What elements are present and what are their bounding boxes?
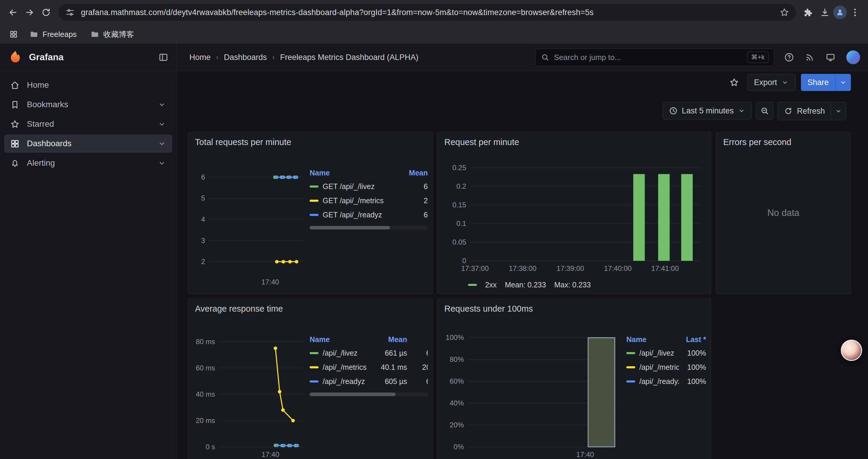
legend-header-name[interactable]: Name bbox=[310, 169, 401, 177]
sidebar-item-starred[interactable]: Starred bbox=[4, 115, 172, 133]
chevron-down-icon[interactable] bbox=[157, 100, 166, 109]
total-requests-chart[interactable]: 2345617:40 bbox=[190, 155, 306, 287]
legend-header-name[interactable]: Name bbox=[626, 335, 679, 344]
share-button[interactable]: Share bbox=[801, 74, 835, 91]
legend-inline[interactable]: 2xx Mean: 0.233 Max: 0.233 bbox=[468, 281, 591, 289]
export-button[interactable]: Export bbox=[747, 74, 796, 91]
legend-row[interactable]: GET /api/_/livez 6 bbox=[310, 179, 428, 193]
legend-row[interactable]: /api/_/readyz 100% bbox=[626, 374, 706, 388]
svg-text:80 ms: 80 ms bbox=[196, 338, 215, 346]
forward-button[interactable] bbox=[21, 4, 38, 21]
extensions-icon[interactable] bbox=[800, 4, 816, 21]
breadcrumb-home[interactable]: Home bbox=[189, 53, 211, 62]
legend-row[interactable]: /api/_/livez 661 µs 646 µs bbox=[310, 346, 428, 360]
refresh-interval-chevron[interactable] bbox=[831, 102, 846, 120]
browser-menu-icon[interactable] bbox=[847, 4, 863, 21]
search-input[interactable] bbox=[553, 53, 743, 62]
help-icon[interactable] bbox=[784, 52, 794, 62]
series-swatch bbox=[626, 366, 635, 368]
browser-profile-avatar[interactable] bbox=[833, 6, 847, 19]
sidebar-item-alerting[interactable]: Alerting bbox=[4, 154, 172, 172]
svg-text:2: 2 bbox=[201, 258, 205, 266]
panel-title[interactable]: Total requests per minute bbox=[195, 137, 433, 147]
legend-row[interactable]: /api/_/metrics 40.1 ms 20.5 ms bbox=[310, 360, 428, 374]
chevron-down-icon[interactable] bbox=[157, 120, 166, 129]
svg-text:17:38:00: 17:38:00 bbox=[509, 264, 536, 272]
chevron-down-icon[interactable] bbox=[157, 159, 166, 167]
bookmark-star-icon[interactable] bbox=[779, 7, 789, 18]
back-button[interactable] bbox=[5, 4, 21, 21]
legend-row[interactable]: GET /api/_/readyz 6 bbox=[310, 208, 428, 222]
svg-text:3: 3 bbox=[201, 237, 205, 244]
sidebar-item-bookmarks[interactable]: Bookmarks bbox=[4, 95, 172, 114]
svg-text:17:40: 17:40 bbox=[261, 278, 279, 286]
main-area: Home › Dashboards › Freeleaps Metrics Da… bbox=[176, 44, 868, 459]
share-menu-chevron[interactable] bbox=[835, 74, 851, 91]
legend-header-last[interactable]: Last * bbox=[407, 335, 428, 344]
sidebar-item-home[interactable]: Home bbox=[4, 76, 172, 94]
downloads-icon[interactable] bbox=[816, 4, 833, 21]
dashboard-canvas: Last 5 minutes Refresh bbox=[176, 94, 868, 459]
series-name[interactable]: 2xx bbox=[485, 281, 497, 289]
svg-text:40%: 40% bbox=[450, 399, 464, 407]
search-box[interactable]: ⌘+k bbox=[535, 48, 774, 66]
zoom-out-button[interactable] bbox=[756, 102, 773, 120]
legend-header-mean[interactable]: Mean bbox=[401, 169, 428, 177]
svg-text:40 ms: 40 ms bbox=[196, 390, 215, 398]
user-avatar[interactable] bbox=[846, 50, 860, 64]
request-per-minute-chart[interactable]: 00.050.10.150.20.2517:37:0017:38:0017:39… bbox=[442, 155, 704, 274]
svg-text:20%: 20% bbox=[450, 421, 464, 429]
legend-header-mean[interactable]: Mean bbox=[374, 335, 407, 344]
sidebar: Grafana Home Bookmarks bbox=[0, 44, 177, 459]
requests-under-100ms-chart[interactable]: 0%20%40%60%80%100%17:40 bbox=[442, 321, 619, 459]
legend-table: Name Mean Last * /api/_/livez 661 µs 646… bbox=[310, 333, 428, 396]
refresh-split-button: Refresh bbox=[778, 102, 846, 120]
reload-button[interactable] bbox=[38, 4, 54, 21]
legend-table: Name Last * /api/_/livez 100% /api/_/met… bbox=[626, 333, 706, 388]
series-swatch bbox=[310, 366, 318, 368]
series-max: Max: 0.233 bbox=[554, 281, 591, 289]
tv-mode-icon[interactable] bbox=[826, 52, 836, 62]
bookmark-folder-blogs[interactable]: 收藏博客 bbox=[86, 28, 139, 41]
chevron-down-icon[interactable] bbox=[157, 139, 166, 148]
grafana-logo-icon[interactable] bbox=[8, 50, 23, 65]
panel-title[interactable]: Request per minute bbox=[444, 137, 711, 147]
legend-scrollbar[interactable] bbox=[310, 393, 428, 396]
legend-header-name[interactable]: Name bbox=[310, 335, 374, 344]
breadcrumb-dashboards[interactable]: Dashboards bbox=[224, 53, 267, 62]
panel-title[interactable]: Requests under 100ms bbox=[444, 304, 711, 314]
url-text[interactable]: grafana.mathmast.com/d/deytv4rwavabkb/fr… bbox=[81, 8, 773, 17]
series-swatch bbox=[310, 381, 318, 383]
svg-text:17:40:00: 17:40:00 bbox=[604, 264, 631, 272]
apps-grid-icon[interactable] bbox=[6, 27, 21, 41]
time-range-picker[interactable]: Last 5 minutes bbox=[663, 102, 752, 120]
legend-row[interactable]: /api/_/readyz 605 µs 620 µs bbox=[310, 374, 428, 388]
sidebar-toggle-icon[interactable] bbox=[158, 52, 169, 63]
url-bar[interactable]: grafana.mathmast.com/d/deytv4rwavabkb/fr… bbox=[59, 4, 796, 21]
favorite-star-icon[interactable] bbox=[726, 75, 742, 90]
panel-errors-per-second: Errors per second No data bbox=[716, 132, 851, 294]
no-data-message: No data bbox=[716, 132, 850, 294]
clock-icon bbox=[669, 106, 678, 115]
legend-header-last[interactable]: Last * bbox=[679, 335, 706, 344]
news-rss-icon[interactable] bbox=[805, 52, 815, 62]
bookmark-label: 收藏博客 bbox=[103, 29, 134, 40]
svg-text:100%: 100% bbox=[446, 333, 464, 341]
legend-row[interactable]: GET /api/_/metrics 2 bbox=[310, 193, 428, 208]
series-swatch bbox=[310, 200, 318, 202]
panel-title[interactable]: Average response time bbox=[195, 304, 433, 314]
legend-row[interactable]: /api/_/livez 100% bbox=[626, 346, 706, 360]
series-mean: Mean: 0.233 bbox=[505, 281, 546, 289]
refresh-button[interactable]: Refresh bbox=[778, 102, 831, 120]
bookmark-folder-freeleaps[interactable]: Freeleaps bbox=[25, 28, 82, 41]
sidebar-item-label: Dashboards bbox=[27, 139, 71, 148]
legend-scrollbar[interactable] bbox=[310, 226, 428, 230]
assistant-avatar[interactable] bbox=[841, 340, 862, 361]
sidebar-item-dashboards[interactable]: Dashboards bbox=[4, 134, 172, 153]
site-settings-icon[interactable] bbox=[65, 7, 75, 18]
average-response-time-chart[interactable]: 0 s20 ms40 ms60 ms80 ms17:40 bbox=[190, 321, 306, 459]
legend-row[interactable]: /api/_/metrics 100% bbox=[626, 360, 706, 374]
svg-text:5: 5 bbox=[201, 194, 205, 202]
series-swatch bbox=[626, 381, 635, 383]
sidebar-item-label: Home bbox=[27, 80, 49, 90]
